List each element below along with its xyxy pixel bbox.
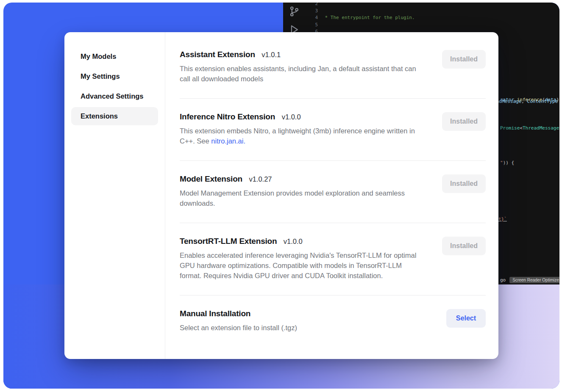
extension-version: v1.0.27 <box>249 175 272 183</box>
settings-modal: My Models My Settings Advanced Settings … <box>64 32 498 359</box>
source-control-icon[interactable] <box>288 6 300 17</box>
status-language-text: go <box>500 277 506 283</box>
sidebar-item-my-models[interactable]: My Models <box>71 47 158 66</box>
sidebar-item-extensions[interactable]: Extensions <box>71 107 158 125</box>
extension-description: This extension enables assistants, inclu… <box>180 63 423 84</box>
code-line: * The entrypoint for the plugin. <box>322 14 559 22</box>
extension-row-tensorrt: TensortRT-LLM Extension v1.0.0 Enables a… <box>180 223 486 295</box>
extension-name: Model Extension <box>180 174 242 183</box>
sidebar: My Models My Settings Advanced Settings … <box>64 32 165 359</box>
installed-button: Installed <box>442 174 486 193</box>
editor-status-bar: go Screen Reader Optimize <box>500 277 559 283</box>
editor-line-numbers: 2 3 4 5 6 <box>303 3 318 36</box>
installed-button: Installed <box>442 237 486 255</box>
manual-installation-row: Manual Installation Select an extension … <box>180 295 486 340</box>
code-fragment: t}` <box>498 216 507 222</box>
extensions-panel: Assistant Extension v1.0.1 This extensio… <box>165 32 498 359</box>
extension-description: This extension embeds Nitro, a lightweig… <box>180 126 423 146</box>
extension-row-nitro: Inference Nitro Extension v1.0.0 This ex… <box>180 99 486 161</box>
extension-version: v1.0.1 <box>262 51 281 58</box>
extension-description: Enables accelerated inference leveraging… <box>180 250 423 281</box>
manual-installation-description: Select an extension file to install (.tg… <box>180 323 297 333</box>
screen-reader-chip[interactable]: Screen Reader Optimize <box>509 277 559 283</box>
installed-button: Installed <box>442 112 486 131</box>
nitro-jan-ai-link[interactable]: nitro.jan.ai. <box>211 137 245 145</box>
sidebar-item-advanced-settings[interactable]: Advanced Settings <box>71 87 158 105</box>
extension-name: Assistant Extension <box>180 50 255 59</box>
manual-installation-title: Manual Installation <box>180 309 250 318</box>
extension-name: Inference Nitro Extension <box>180 112 275 121</box>
code-fragment: ")) { <box>500 160 514 166</box>
extension-name: TensortRT-LLM Extension <box>180 237 277 246</box>
sidebar-item-my-settings[interactable]: My Settings <box>71 67 158 86</box>
extension-version: v1.0.0 <box>284 237 303 245</box>
code-fragment: rator.inference(data)); <box>500 97 559 103</box>
installed-button: Installed <box>442 50 486 69</box>
screenshot-frame: 2 3 4 5 6 * The entrypoint for the plugi… <box>3 3 559 389</box>
extension-version: v1.0.0 <box>282 113 301 121</box>
select-file-button[interactable]: Select <box>446 309 486 328</box>
extension-description: Model Management Extension provides mode… <box>180 188 423 208</box>
extension-row-model: Model Extension v1.0.27 Model Management… <box>180 161 486 223</box>
code-fragment: Promise<ThreadMessage> <box>500 125 559 131</box>
extension-row-assistant: Assistant Extension v1.0.1 This extensio… <box>180 43 486 99</box>
